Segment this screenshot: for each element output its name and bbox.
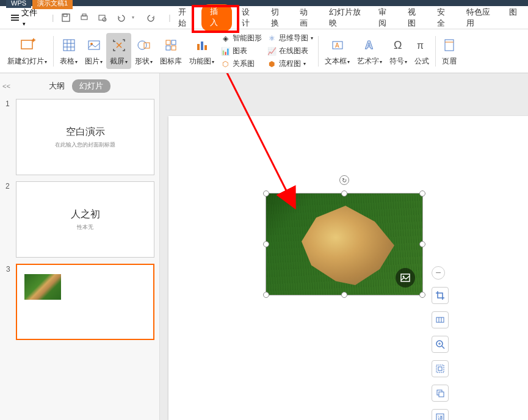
thumb-subtitle: 在此输入您的封面副标题 [55,141,115,149]
symbol-icon: Ω [391,35,406,55]
wordart-icon: A [363,35,377,55]
inserted-image[interactable]: ↻ [266,193,423,295]
ribbon-smartart[interactable]: ◈智能图形 [220,33,262,43]
wordart-label: 艺术字 [357,56,382,67]
ribbon-textbox[interactable]: A 文本框 [321,35,353,67]
resize-handle-br[interactable] [419,292,425,298]
ribbon-wordart[interactable]: A 艺术字 [353,35,386,67]
ribbon-header[interactable]: 页眉 [438,35,460,67]
onlinechart-icon: 📈 [267,46,277,56]
svg-rect-8 [63,40,74,51]
picture-icon [87,35,101,55]
floating-toolbar: − 译 [432,266,449,420]
svg-line-38 [442,346,444,349]
float-crop-button[interactable] [432,287,449,304]
ribbon-relation[interactable]: ⬡关系图 [220,59,262,69]
svg-text:Ω: Ω [394,39,402,51]
svg-rect-16 [144,43,150,48]
tab-slideshow[interactable]: 幻灯片放映 [323,4,369,31]
slide-canvas[interactable]: ↻ [168,116,528,420]
separator [435,36,436,67]
slide-thumbnail-3[interactable]: 3 [16,264,154,340]
slides-tab[interactable]: 幻灯片 [72,79,110,93]
svg-rect-23 [204,45,207,50]
svg-rect-22 [201,42,203,50]
tab-transition[interactable]: 切换 [265,4,291,31]
file-menu[interactable]: 文件 [5,5,46,30]
resize-handle-ml[interactable] [263,241,269,247]
print-preview-icon[interactable] [98,13,107,23]
ribbon-onlinechart[interactable]: 📈在线图表 [267,46,313,56]
symbol-label: 符号 [389,56,407,67]
outline-tab[interactable]: 大纲 [49,81,65,92]
thumb-subtitle: 性本无 [77,223,93,231]
tab-animation[interactable]: 动画 [294,4,319,31]
save-icon[interactable] [61,13,71,23]
textbox-icon: A [330,35,345,55]
print-icon[interactable] [79,13,89,23]
ribbon-table[interactable]: 表格 [56,35,81,67]
tab-picture[interactable]: 图 [503,4,523,31]
file-label: 文件 [21,7,40,27]
picture-label: 图片 [85,56,103,67]
flowchart-icon: ⬢ [267,59,277,69]
redo-icon[interactable] [146,13,156,23]
slide-panel: << 大纲 幻灯片 1 空白演示 在此输入您的封面副标题 2 人之初 性本无 3 [0,73,160,420]
thumb-title: 人之初 [71,208,100,221]
formula-icon: π [414,35,429,55]
rotate-handle[interactable]: ↻ [339,175,349,185]
undo-dropdown-icon[interactable]: ▾ [128,13,138,23]
float-select-button[interactable] [432,360,449,377]
float-delete-button[interactable]: − [432,266,445,280]
resize-handle-bm[interactable] [341,292,347,298]
undo-icon[interactable] [116,13,126,23]
tab-special[interactable]: 特色应用 [460,4,499,31]
tab-insert[interactable]: 插入 [201,4,232,31]
ribbon-funcgraph[interactable]: 功能图 [186,35,218,67]
slide-thumbnail-1[interactable]: 1 空白演示 在此输入您的封面副标题 [16,99,154,175]
ribbon-mindmap[interactable]: ⚛思维导图 [267,33,313,43]
svg-point-5 [103,18,106,21]
ribbon-chart[interactable]: 📊图表 [220,46,262,56]
svg-rect-31 [401,274,410,281]
ribbon-shape[interactable]: 形状 [131,35,156,67]
tab-view[interactable]: 视图 [402,4,427,31]
tab-start[interactable]: 开始 [172,4,198,31]
ribbon-picture[interactable]: 图片 [81,35,106,67]
svg-rect-42 [438,367,442,371]
slide-number: 1 [5,100,10,108]
textbox-label: 文本框 [325,56,350,67]
slide-thumbnail-2[interactable]: 2 人之初 性本无 [16,181,154,258]
iconlib-icon [164,35,178,55]
resize-handle-tl[interactable] [263,190,269,197]
slide-number: 2 [5,182,10,190]
newslide-label: 新建幻灯片 [7,56,47,67]
ribbon-screenshot[interactable]: 截屏 [106,33,131,69]
ribbon-symbol[interactable]: Ω 符号 [386,35,411,67]
separator: | [168,13,170,22]
svg-point-32 [403,276,405,278]
tab-security[interactable]: 安全 [431,4,457,31]
tab-review[interactable]: 审阅 [372,4,398,31]
float-zoom-button[interactable] [432,336,449,353]
collapse-button[interactable]: << [2,82,10,90]
resize-handle-tm[interactable] [341,190,347,197]
resize-handle-bl[interactable] [263,292,269,298]
resize-handle-tr[interactable] [419,190,425,197]
svg-text:A: A [335,42,339,49]
float-translate-button[interactable]: 译 [432,409,449,420]
thumb-image [24,274,61,300]
tab-design[interactable]: 设计 [236,4,261,31]
float-copy-button[interactable] [432,385,449,402]
svg-rect-13 [89,41,99,49]
workspace: << 大纲 幻灯片 1 空白演示 在此输入您的封面副标题 2 人之初 性本无 3… [0,73,528,420]
ribbon-formula[interactable]: π 公式 [411,35,433,67]
ribbon-flowchart[interactable]: ⬢流程图 [267,59,313,69]
ribbon-diagram-stack: ⚛思维导图 📈在线图表 ⬢流程图 [264,33,316,69]
ribbon-iconlib[interactable]: 图标库 [156,35,186,67]
ribbon-newslide[interactable]: ✦ 新建幻灯片 [4,35,51,67]
image-overlay-button[interactable] [396,268,415,288]
svg-rect-17 [166,40,170,45]
resize-handle-mr[interactable] [419,241,425,247]
float-aspect-button[interactable] [432,311,449,328]
